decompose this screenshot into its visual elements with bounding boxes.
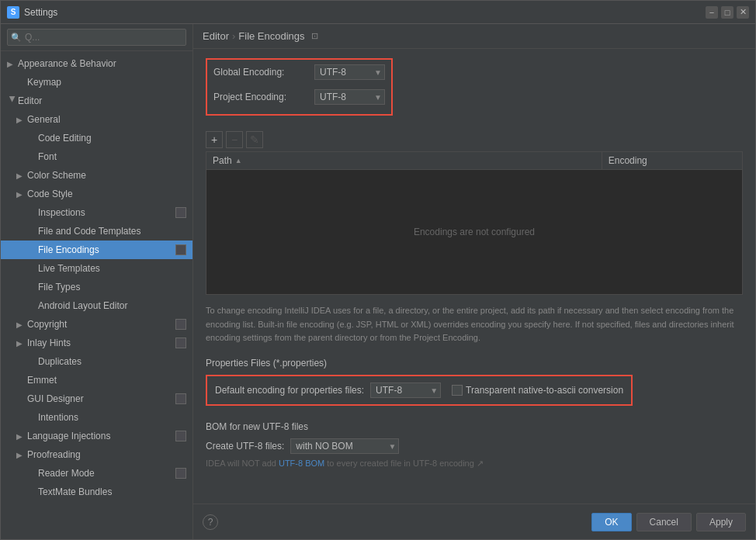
- remove-path-button[interactable]: ✎: [246, 131, 263, 148]
- indicator-icon: [175, 393, 186, 404]
- sidebar-item-keymap[interactable]: Keymap: [1, 73, 192, 92]
- sidebar-item-label: Intentions: [38, 412, 186, 423]
- table-empty-message: Encodings are not configured: [206, 170, 742, 294]
- bom-section-title: BOM for new UTF-8 files: [206, 421, 743, 432]
- sidebar-item-label: File and Code Templates: [38, 226, 186, 237]
- app-icon: S: [7, 6, 19, 19]
- sidebar-item-file-encodings[interactable]: File Encodings: [1, 241, 192, 259]
- sidebar-item-textmate-bundles[interactable]: TextMate Bundles: [1, 483, 192, 501]
- indicator-icon: [175, 468, 186, 479]
- minimize-button[interactable]: −: [706, 6, 718, 19]
- project-encoding-select[interactable]: UTF-8 ISO-8859-1 US-ASCII UTF-16: [314, 89, 385, 105]
- global-encoding-row: Global Encoding: UTF-8 ISO-8859-1 US-ASC…: [213, 64, 385, 80]
- sidebar-item-label: Language Injections: [27, 431, 172, 441]
- sidebar-item-editor[interactable]: ▶ Editor: [1, 92, 192, 110]
- transparent-checkbox[interactable]: [452, 385, 463, 396]
- breadcrumb-parent: Editor: [203, 30, 229, 42]
- sidebar-item-duplicates[interactable]: Duplicates: [1, 352, 192, 371]
- sidebar-item-font[interactable]: Font: [1, 147, 192, 166]
- sidebar-item-label: Code Style: [27, 189, 186, 199]
- project-encoding-row: Project Encoding: UTF-8 ISO-8859-1 US-AS…: [213, 89, 385, 105]
- arrow-icon: ▶: [16, 320, 27, 329]
- panel-body: Global Encoding: UTF-8 ISO-8859-1 US-ASC…: [193, 49, 755, 504]
- sidebar-item-label: TextMate Bundles: [38, 486, 186, 497]
- sidebar-item-label: Editor: [18, 95, 186, 106]
- sidebar-item-android-layout-editor[interactable]: Android Layout Editor: [1, 296, 192, 315]
- apply-button[interactable]: Apply: [696, 513, 746, 531]
- sidebar-item-appearance[interactable]: ▶ Appearance & Behavior: [1, 54, 192, 73]
- sidebar-item-label: Appearance & Behavior: [18, 58, 186, 69]
- sidebar-item-general[interactable]: ▶ General: [1, 110, 192, 129]
- bom-select-wrapper: with NO BOM with BOM with BOM if needed …: [290, 438, 399, 454]
- ok-button[interactable]: OK: [591, 513, 631, 531]
- help-button[interactable]: ?: [203, 514, 218, 530]
- sidebar-item-reader-mode[interactable]: Reader Mode: [1, 464, 192, 483]
- settings-window: S Settings − □ ✕ 🔍 ▶ Appearance & Behavi…: [0, 0, 756, 540]
- indicator-icon: [175, 338, 186, 348]
- arrow-icon: ▶: [16, 339, 27, 348]
- sidebar-item-code-editing[interactable]: Code Editing: [1, 129, 192, 147]
- window-title: Settings: [24, 7, 57, 18]
- props-encoding-select[interactable]: UTF-8 ISO-8859-1 US-ASCII: [370, 382, 441, 398]
- breadcrumb-current: File Encodings: [238, 30, 304, 42]
- sidebar-item-label: Inspections: [38, 207, 172, 218]
- sidebar-item-copyright[interactable]: ▶ Copyright: [1, 315, 192, 334]
- search-icon: 🔍: [11, 33, 22, 43]
- properties-section: Properties Files (*.properties) Default …: [206, 358, 743, 409]
- arrow-icon: ▶: [16, 190, 27, 199]
- indicator-icon: [175, 244, 186, 255]
- arrow-icon: ▶: [9, 95, 17, 106]
- search-input[interactable]: [7, 29, 186, 46]
- sidebar-item-intentions[interactable]: Intentions: [1, 408, 192, 427]
- path-column-label: Path: [213, 155, 232, 166]
- table-header-path: Path ▲: [206, 152, 602, 169]
- window-controls: − □ ✕: [706, 6, 749, 19]
- bom-section: BOM for new UTF-8 files Create UTF-8 fil…: [206, 421, 743, 469]
- sort-arrow-icon: ▲: [235, 157, 242, 164]
- breadcrumb-separator: ›: [232, 30, 235, 42]
- bom-note-link: UTF-8 BOM: [279, 459, 324, 468]
- sidebar-item-code-style[interactable]: ▶ Code Style: [1, 185, 192, 203]
- maximize-button[interactable]: □: [721, 6, 733, 19]
- sidebar-item-label: General: [27, 114, 186, 125]
- sidebar-item-label: Live Templates: [38, 263, 186, 274]
- sidebar-item-label: File Encodings: [38, 244, 172, 255]
- sidebar-item-label: GUI Designer: [27, 393, 172, 404]
- cancel-button[interactable]: Cancel: [636, 513, 692, 531]
- transparent-checkbox-wrapper: Transparent native-to-ascii conversion: [452, 385, 623, 396]
- bom-note-text: IDEA will NOT add: [206, 459, 279, 468]
- indicator-icon: [175, 207, 186, 218]
- sidebar-item-label: Code Editing: [38, 133, 186, 144]
- settings-tree: ▶ Appearance & Behavior Keymap ▶ Editor …: [1, 51, 192, 539]
- create-utf8-label: Create UTF-8 files:: [206, 441, 284, 452]
- add-path-button[interactable]: +: [206, 131, 223, 148]
- edit-path-button[interactable]: −: [226, 131, 243, 148]
- search-wrapper: 🔍: [7, 29, 186, 46]
- search-box: 🔍: [1, 24, 192, 51]
- bom-note: IDEA will NOT add UTF-8 BOM to every cre…: [206, 459, 743, 469]
- default-encoding-row: Default encoding for properties files: U…: [215, 382, 623, 398]
- close-button[interactable]: ✕: [737, 6, 749, 19]
- sidebar-item-file-code-templates[interactable]: File and Code Templates: [1, 222, 192, 241]
- sidebar-item-emmet[interactable]: Emmet: [1, 371, 192, 389]
- sidebar-item-gui-designer[interactable]: GUI Designer: [1, 389, 192, 408]
- sidebar-item-file-types[interactable]: File Types: [1, 278, 192, 296]
- bom-select[interactable]: with NO BOM with BOM with BOM if needed: [290, 438, 399, 454]
- sidebar-item-inlay-hints[interactable]: ▶ Inlay Hints: [1, 334, 192, 352]
- sidebar-item-label: Keymap: [27, 77, 186, 88]
- default-encoding-label: Default encoding for properties files:: [215, 385, 364, 396]
- sidebar-item-label: Proofreading: [27, 449, 186, 460]
- sidebar-item-color-scheme[interactable]: ▶ Color Scheme: [1, 166, 192, 185]
- main-content: 🔍 ▶ Appearance & Behavior Keymap ▶: [1, 24, 755, 539]
- sidebar-item-label: Font: [38, 151, 186, 162]
- sidebar-item-proofreading[interactable]: ▶ Proofreading: [1, 445, 192, 464]
- indicator-icon: [175, 319, 186, 330]
- table-header-encoding: Encoding: [602, 152, 742, 169]
- global-encoding-select[interactable]: UTF-8 ISO-8859-1 US-ASCII UTF-16: [314, 64, 385, 80]
- sidebar-item-live-templates[interactable]: Live Templates: [1, 259, 192, 278]
- sidebar-item-label: Emmet: [27, 375, 186, 386]
- sidebar-item-label: Inlay Hints: [27, 338, 172, 348]
- sidebar-item-language-injections[interactable]: ▶ Language Injections: [1, 427, 192, 445]
- sidebar-item-inspections[interactable]: Inspections: [1, 203, 192, 222]
- title-bar: S Settings − □ ✕: [1, 1, 755, 24]
